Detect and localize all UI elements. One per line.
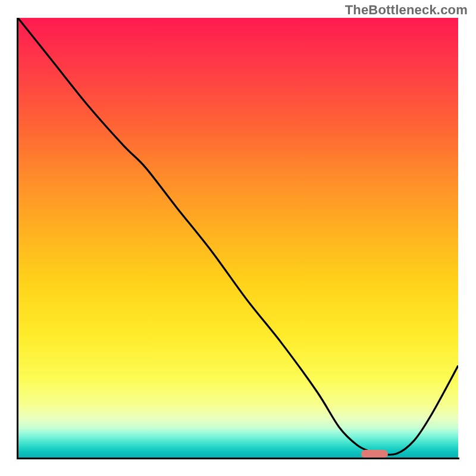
curve-layer — [18, 18, 458, 458]
plot-area — [18, 18, 458, 458]
optimal-marker — [361, 450, 387, 458]
watermark-text: TheBottleneck.com — [345, 2, 468, 18]
axis-x — [17, 458, 459, 459]
axis-y — [17, 18, 18, 458]
chart-container: TheBottleneck.com — [0, 0, 476, 476]
bottleneck-curve — [18, 18, 458, 455]
